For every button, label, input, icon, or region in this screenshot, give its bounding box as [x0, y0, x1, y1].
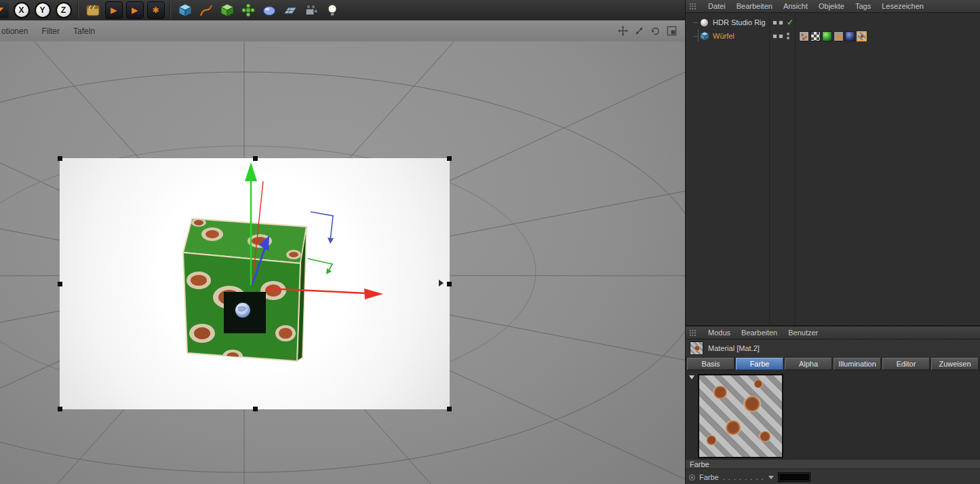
- menu-benutzer[interactable]: Benutzer: [783, 329, 823, 337]
- zoom-view-icon[interactable]: [634, 26, 644, 36]
- lock-z-label: Z: [56, 2, 72, 18]
- keyframe-circle-icon[interactable]: [689, 474, 695, 481]
- lock-x-label: X: [14, 2, 30, 18]
- tab-zuweisen[interactable]: Zuweisen: [931, 358, 979, 370]
- tab-illumination[interactable]: Illumination: [834, 358, 881, 370]
- lock-y-axis-button[interactable]: Y: [33, 1, 52, 20]
- metaball-icon[interactable]: [260, 1, 278, 20]
- toggle-view-icon[interactable]: [667, 26, 677, 36]
- tab-alpha[interactable]: Alpha: [785, 358, 832, 370]
- viewport-nav-icons: [618, 26, 685, 36]
- pan-view-icon[interactable]: [618, 26, 628, 36]
- object-label[interactable]: HDR Studio Rig: [713, 18, 766, 26]
- material-thumbnail-icon[interactable]: [690, 341, 703, 355]
- lock-x-axis-button[interactable]: X: [12, 1, 31, 20]
- lock-z-axis-button[interactable]: Z: [54, 1, 73, 20]
- green-sphere-tag-icon[interactable]: [822, 31, 832, 41]
- render-view-icon[interactable]: ▶: [104, 1, 123, 20]
- object-manager-panel: Datei Bearbeiten Ansicht Objekte Tags Le…: [685, 0, 980, 325]
- tab-basis[interactable]: Basis: [687, 358, 734, 370]
- viewport-menu-filter[interactable]: Filter: [41, 26, 60, 36]
- rotate-view-icon[interactable]: [650, 26, 661, 36]
- color-swatch[interactable]: [778, 472, 810, 482]
- material-manager-panel: Modus Bearbeiten Benutzer Material [Mat.…: [685, 325, 980, 484]
- menu-lesezeichen[interactable]: Lesezeichen: [876, 2, 929, 10]
- toolbar-separator: [77, 2, 79, 18]
- toolbar-separator: [170, 2, 171, 18]
- material-manager-menu-bar: Modus Bearbeiten Benutzer: [686, 327, 980, 339]
- render-region-arrow-icon[interactable]: [439, 280, 444, 286]
- layer-squares-icon[interactable]: [772, 34, 783, 39]
- render-region-handle[interactable]: [58, 407, 62, 411]
- material-header-row: Material [Mat.2]: [686, 339, 980, 357]
- blue-sphere-tag-icon[interactable]: [845, 31, 855, 41]
- render-region-handle[interactable]: [447, 282, 452, 286]
- property-leader-dots: . . . . . . . .: [723, 473, 764, 481]
- render-picture-viewer-icon[interactable]: ▶: [125, 1, 144, 20]
- render-region-handle[interactable]: [253, 156, 258, 161]
- visibility-dots-icon[interactable]: [787, 33, 789, 39]
- checkerboard-tag-icon[interactable]: [810, 31, 821, 41]
- viewport-menu-optionen[interactable]: otionen: [1, 26, 28, 36]
- section-header-farbe: Farbe: [686, 459, 980, 469]
- menu-datei[interactable]: Datei: [703, 2, 731, 10]
- panel-grip-icon[interactable]: [689, 3, 697, 10]
- object-list: HDR Studio Rig ✓ Würfel: [686, 13, 980, 43]
- object-manager-menu-bar: Datei Bearbeiten Ansicht Objekte Tags Le…: [686, 0, 980, 13]
- object-label-selected[interactable]: Würfel: [713, 32, 734, 40]
- enabled-check-icon[interactable]: ✓: [787, 18, 793, 26]
- menu-bearbeiten[interactable]: Bearbeiten: [731, 2, 778, 10]
- cube-primitive-icon[interactable]: [176, 1, 194, 20]
- object-row-hdr-studio-rig[interactable]: HDR Studio Rig ✓: [686, 16, 980, 29]
- menu-objekte[interactable]: Objekte: [813, 2, 850, 10]
- tab-editor[interactable]: Editor: [882, 358, 930, 370]
- lock-y-label: Y: [35, 2, 51, 18]
- viewport-menu-bar: otionen Filter Tafeln: [0, 20, 685, 42]
- panel-grip-icon[interactable]: [689, 329, 697, 337]
- chevron-down-icon[interactable]: [768, 476, 774, 479]
- render-region-handle[interactable]: [447, 407, 452, 411]
- menu-bearbeiten[interactable]: Bearbeiten: [736, 329, 783, 337]
- tree-connector: [693, 36, 698, 37]
- collapse-triangle-icon[interactable]: [689, 375, 694, 379]
- render-region-handle[interactable]: [58, 156, 62, 161]
- material-tag-icon[interactable]: [799, 31, 809, 41]
- viewport-3d[interactable]: [0, 41, 685, 484]
- spline-pen-icon[interactable]: [197, 1, 215, 20]
- texture-preview[interactable]: [698, 374, 783, 458]
- render-settings-icon[interactable]: ✱: [146, 1, 165, 20]
- camera-object-icon[interactable]: [302, 1, 320, 20]
- color-property-row: Farbe . . . . . . . .: [686, 469, 980, 484]
- plane-handle-blue[interactable]: [311, 212, 334, 244]
- coordinate-system-icon[interactable]: [83, 1, 102, 20]
- object-row-wuerfel[interactable]: Würfel: [686, 29, 980, 43]
- render-region-handle[interactable]: [447, 156, 452, 161]
- array-generator-icon[interactable]: [239, 1, 257, 20]
- tree-connector: [693, 22, 698, 23]
- cube-object-icon[interactable]: [699, 31, 709, 41]
- plane-handle-green[interactable]: [308, 259, 332, 274]
- active-texture-tag-icon[interactable]: [857, 31, 867, 41]
- material-title: Material [Mat.2]: [708, 344, 760, 352]
- light-object-icon[interactable]: [323, 1, 341, 20]
- viewport-menu-tafeln[interactable]: Tafeln: [73, 26, 95, 36]
- render-region[interactable]: [60, 158, 450, 409]
- tab-farbe[interactable]: Farbe: [736, 358, 783, 370]
- subdivision-surface-icon[interactable]: [218, 1, 236, 20]
- orange-triangle-tag-icon[interactable]: [834, 31, 844, 41]
- menu-ansicht[interactable]: Ansicht: [778, 2, 813, 10]
- clipped-tool-icon[interactable]: ◤: [0, 1, 9, 20]
- sphere-object-icon[interactable]: [699, 18, 709, 28]
- main-toolbar: ◤ X Y Z ▶ ▶ ✱: [0, 0, 685, 20]
- material-tabs: Basis Farbe Alpha Illumination Editor Zu…: [686, 357, 980, 371]
- layer-squares-icon[interactable]: [772, 20, 783, 25]
- render-region-handle[interactable]: [253, 407, 258, 411]
- floor-object-icon[interactable]: [281, 1, 299, 20]
- menu-modus[interactable]: Modus: [703, 329, 736, 337]
- column-separator: [769, 13, 770, 325]
- render-region-handle[interactable]: [58, 282, 62, 286]
- property-label: Farbe: [699, 473, 719, 481]
- menu-tags[interactable]: Tags: [850, 2, 876, 10]
- cube-object: [183, 219, 307, 363]
- cube-scene: [60, 158, 450, 409]
